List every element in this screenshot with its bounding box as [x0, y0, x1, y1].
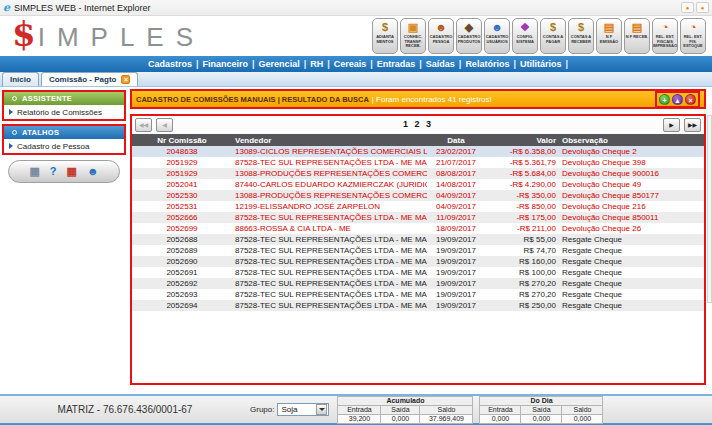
quick-nf-receb-button[interactable]: ▤N F RECEB.	[624, 18, 650, 54]
sidebar-item-label: Relatório de Comissões	[17, 108, 102, 117]
table-row[interactable]: 205268887528-TEC SUL REPRESENTAÇÕES LTDA…	[132, 234, 704, 245]
menu-separator: |	[459, 59, 462, 69]
menu-rh[interactable]: RH	[306, 59, 327, 69]
quick-config-sistema-button[interactable]: ❖CONFIG. SISTEMA	[512, 18, 538, 54]
cell-nr-comissao: 2052530	[132, 190, 232, 201]
menu-saidas[interactable]: Saídas	[422, 59, 459, 69]
table-row[interactable]: 205269988663-ROSSA & CIA LTDA - ME18/09/…	[132, 223, 704, 234]
acumulado-saida-value: 0,000	[381, 415, 419, 423]
tab-inicio[interactable]: Início	[2, 72, 39, 86]
menu-separator: |	[196, 59, 199, 69]
calendar-icon[interactable]: ▦	[67, 166, 77, 177]
table-row[interactable]: 205269187528-TEC SUL REPRESENTAÇÕES LTDA…	[132, 267, 704, 278]
next-page-button[interactable]: ▶	[663, 118, 680, 132]
table-row[interactable]: 204863813089-CICLOS REPRESENTAÇÕES COMER…	[132, 146, 704, 157]
browser-button-2[interactable]: ●	[696, 2, 709, 13]
menu-financeiro[interactable]: Financeiro	[199, 59, 253, 69]
menu-cadastros[interactable]: Cadastros	[144, 59, 196, 69]
help-icon[interactable]: ?	[50, 166, 57, 177]
cell-vendedor: 87528-TEC SUL REPRESENTAÇÕES LTDA - ME M…	[232, 212, 427, 223]
chevron-down-icon	[319, 408, 325, 411]
header-action-buttons: +▲×	[655, 91, 700, 108]
main-panel: CADASTRO DE COMISSÕES MANUAIS | RESULTAD…	[128, 87, 712, 394]
cell-observacao: Devolução Cheque 850177	[559, 190, 704, 201]
table-row[interactable]: 205266687528-TEC SUL REPRESENTAÇÕES LTDA…	[132, 212, 704, 223]
quick-conhec-transporte-receb-button[interactable]: ▣CONHEC. TRANSP. RECEB.	[400, 18, 426, 54]
table-row[interactable]: 205269387528-TEC SUL REPRESENTAÇÕES LTDA…	[132, 289, 704, 300]
quick-cadastro-usuarios-button[interactable]: ☻CADASTRO USUÁRIOS	[484, 18, 510, 54]
cell-valor: R$ 270,20	[485, 278, 559, 289]
results-table-panel: ◀◀ ◀ 1 2 3 ▶ ▶▶ Nr Comissão Vendedor Dat…	[130, 114, 706, 385]
column-header-valor[interactable]: Valor	[485, 134, 559, 146]
acumulado-saida-header: Saída	[381, 406, 419, 414]
section-bullet-icon	[12, 130, 17, 135]
contas-a-pagar-icon: $	[550, 21, 556, 34]
tab-bar: Início Comissão - Pagto ×	[0, 72, 712, 87]
scrollbar[interactable]	[707, 115, 712, 303]
cell-vendedor: 13089-CICLOS REPRESENTAÇÕES COMERCIAIS L…	[232, 146, 427, 157]
select-dropdown-button[interactable]	[316, 404, 327, 415]
table-row[interactable]: 205269487528-TEC SUL REPRESENTAÇÕES LTDA…	[132, 300, 704, 311]
last-page-button[interactable]: ▶▶	[684, 118, 701, 132]
table-row[interactable]: 205204187440-CARLOS EDUARDO KAZMIERCZAK …	[132, 179, 704, 190]
cell-observacao: Resgate Cheque	[559, 289, 704, 300]
menu-cereais[interactable]: Cereais	[330, 59, 371, 69]
cell-data: 14/08/2017	[427, 179, 485, 190]
quick-nf-emissao-button[interactable]: ▤N F EMISSÃO	[596, 18, 622, 54]
quick-cadastro-produtos-button[interactable]: ◆CADASTRO PRODUTOS	[456, 18, 482, 54]
quick-adiantamentos-button[interactable]: $ADIANTA MENTOS	[372, 18, 398, 54]
table-row[interactable]: 205192913088-PRODUÇÕES REPRESENTAÇÕES CO…	[132, 168, 704, 179]
cell-observacao: Devolução Cheque 900016	[559, 168, 704, 179]
cell-data: 19/09/2017	[427, 278, 485, 289]
acumulado-entrada-header: Entrada	[338, 406, 380, 414]
quick-contas-a-receber-button[interactable]: $CONTAS A RECEBER	[568, 18, 594, 54]
tab-close-icon[interactable]: ×	[121, 75, 130, 84]
cell-nr-comissao: 2052688	[132, 234, 232, 245]
cell-nr-comissao: 2052531	[132, 201, 232, 212]
cell-valor: -R$ 5.361,79	[485, 157, 559, 168]
user-icon[interactable]: ☻	[87, 166, 99, 177]
table-row[interactable]: 205269287528-TEC SUL REPRESENTAÇÕES LTDA…	[132, 278, 704, 289]
table-row[interactable]: 205268987528-TEC SUL REPRESENTAÇÕES LTDA…	[132, 245, 704, 256]
menu-gerencial[interactable]: Gerencial	[255, 59, 304, 69]
cell-data: 19/09/2017	[427, 289, 485, 300]
quick-cadastro-pessoa-button[interactable]: ☻CADASTRO PESSOA	[428, 18, 454, 54]
menu-entradas[interactable]: Entradas	[373, 59, 420, 69]
cell-data: 19/09/2017	[427, 234, 485, 245]
cell-valor: -R$ 850,00	[485, 201, 559, 212]
grupo-select[interactable]: Soja	[277, 403, 329, 416]
cell-data: 04/09/2017	[427, 190, 485, 201]
move-up-button[interactable]: ▲	[672, 94, 683, 105]
table-row[interactable]: 205192987528-TEC SUL REPRESENTAÇÕES LTDA…	[132, 157, 704, 168]
cadastro-pessoa-icon: ☻	[435, 21, 447, 34]
table-row[interactable]: 205253112199-ELISSANDRO JOSÉ ZARPELON04/…	[132, 201, 704, 212]
close-panel-button[interactable]: ×	[685, 94, 696, 105]
assistente-title: ASSISTENTE	[22, 94, 72, 103]
tab-label: Comissão - Pagto	[49, 75, 117, 84]
column-header-nr-comissao[interactable]: Nr Comissão	[132, 134, 232, 146]
sidebar-item-relatorio-de-comissoes[interactable]: Relatório de Comissões	[4, 105, 124, 119]
menu-utilitarios[interactable]: Utilitários	[516, 59, 566, 69]
column-header-data[interactable]: Data	[427, 134, 485, 146]
cell-data: 11/09/2017	[427, 212, 485, 223]
commissions-table: Nr Comissão Vendedor Data Valor Observaç…	[132, 134, 704, 311]
cell-observacao: Resgate Cheque	[559, 245, 704, 256]
quick-rel-est-fis-estoque-button[interactable]: ◔REL. EST. FIS. ESTOQUE	[680, 18, 706, 54]
cell-nr-comissao: 2052694	[132, 300, 232, 311]
column-header-vendedor[interactable]: Vendedor	[232, 134, 427, 146]
sidebar-item-cadastro-de-pessoa[interactable]: Cadastro de Pessoa	[4, 139, 124, 153]
atalhos-section: ATALHOS Cadastro de Pessoa	[2, 124, 126, 155]
column-header-observacao[interactable]: Observação	[559, 134, 704, 146]
quick-rel-est-fiscais-impressao-button[interactable]: ◔REL. EST. FISCAIS IMPRESSÃO	[652, 18, 678, 54]
quick-contas-a-pagar-button[interactable]: $CONTAS A PAGAR	[540, 18, 566, 54]
add-record-button[interactable]: +	[659, 94, 670, 105]
browser-button-1[interactable]: ●	[681, 2, 694, 13]
table-row[interactable]: 205253013088-PRODUÇÕES REPRESENTAÇÕES CO…	[132, 190, 704, 201]
cell-data: 23/02/2017	[427, 146, 485, 157]
table-row[interactable]: 205269087528-TEC SUL REPRESENTAÇÕES LTDA…	[132, 256, 704, 267]
quick-icon-label: CADASTRO PESSOA	[429, 35, 453, 44]
page-numbers[interactable]: 1 2 3	[132, 119, 704, 129]
calculator-icon[interactable]: ▦	[29, 166, 39, 177]
tab-comissao-pagto[interactable]: Comissão - Pagto ×	[41, 72, 139, 86]
menu-relatorios[interactable]: Relatórios	[461, 59, 513, 69]
